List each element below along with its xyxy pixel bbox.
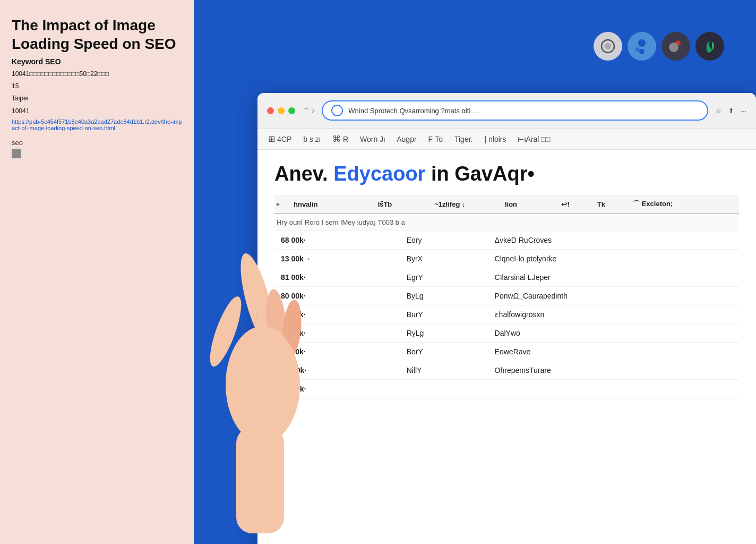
table-row: 82 00k· BurY ɛhalfowigrosxn [274, 305, 739, 324]
sidebar: The Impact of Image Loading Speed on SEO… [0, 0, 194, 544]
table-row: 81 00k· EgrY CIlarsinal LJeper [274, 268, 739, 287]
nav-tab-nloirs[interactable]: | nloirs [484, 135, 506, 143]
cell-keyword: EoweRave [488, 343, 739, 361]
forward-icon[interactable]: › [312, 106, 314, 115]
tab-icon-3: ⌘ [332, 134, 341, 144]
cell-metric [400, 380, 488, 398]
sidebar-square-icon [12, 149, 21, 158]
heading-part4: GavAqr• [454, 163, 535, 185]
page-heading-container: Anev. Edycaoor in GavAqr• [274, 163, 739, 185]
blue-circle-icon [633, 38, 650, 55]
app-icons-row [594, 32, 724, 61]
table-row: S0 00k· NillY OhrepemsTurare [274, 361, 739, 380]
cell-metric: RyLg [400, 324, 488, 343]
sidebar-title: The Impact of Image Loading Speed on SEO [12, 16, 182, 53]
th-checkbox-col: ▸ [277, 200, 293, 208]
cell-volume: 68 00k· [274, 231, 400, 250]
table-row: 32 00k· BorY EoweRave [274, 343, 739, 361]
nav-tab-augpr[interactable]: Augpr [397, 135, 416, 143]
th-hnvalin[interactable]: hnvalin [294, 200, 377, 208]
svg-point-2 [638, 39, 646, 47]
nav-tab-worm[interactable]: Worn Jι [360, 135, 385, 143]
table-subheader: Hry ounĪ Roro I sem IMey iudya¡ T003 b a [274, 214, 739, 231]
tab-label-1: 4CP [277, 135, 291, 143]
cell-keyword: CIlarsinal LJeper [488, 268, 739, 287]
page-heading: Anev. Edycaoor in GavAqr• [274, 163, 535, 185]
sidebar-subtitle: Keyword SEO [12, 57, 182, 66]
address-text: Wnind Sprotech Qvsarroming ?mats αitl … [348, 107, 699, 115]
svg-point-1 [605, 43, 611, 49]
sidebar-meta-line2: 15 [12, 81, 182, 91]
tab-label-nloirs: | nloirs [484, 135, 506, 143]
table-header: ▸ hnvalin ls̈Tb ~1zlifeg ↓ lion ↩! Tk ⌒ … [274, 195, 739, 214]
tab-label-aral: ⊢ιAral □□ [518, 135, 550, 143]
tab-label-2: b s zι [303, 135, 321, 143]
cell-metric: BorY [400, 343, 488, 361]
th-excieton[interactable]: ⌒ Excieton; [633, 199, 737, 209]
table-row: 13 00k→ ByrX ClqneI-lo ptolynrke [274, 250, 739, 268]
table-row: 17 00k· RyLg DalYwo [274, 324, 739, 343]
address-bar[interactable]: Wnind Sprotech Qvsarroming ?mats αitl … [322, 100, 708, 121]
nav-tab-tiger[interactable]: Tiger. [454, 135, 473, 143]
nav-tab-3[interactable]: ⌘ R [332, 134, 348, 144]
sidebar-tag: seo [12, 139, 182, 147]
sidebar-meta-line1: 10041□□□□□□□□□□□□□50□22□□□ [12, 69, 182, 79]
maximize-button[interactable] [288, 107, 295, 114]
dark-icon [701, 38, 718, 55]
cell-metric: Eory [400, 231, 488, 250]
th-lion[interactable]: lion [505, 200, 561, 208]
th-tk[interactable]: Tk [597, 200, 632, 208]
nav-tab-te[interactable]: F To [428, 135, 443, 143]
app-icon-dark[interactable] [695, 32, 724, 61]
nav-tab-aral[interactable]: ⊢ιAral □□ [518, 135, 550, 143]
cell-metric: NillY [400, 361, 488, 380]
tab-icon-te: F [428, 135, 433, 143]
traffic-lights [267, 107, 295, 114]
cell-volume: 13 00k→ [274, 250, 400, 268]
heading-part3: in [425, 163, 454, 185]
cell-keyword: PonwΩ_Caurapedinth [488, 287, 739, 305]
cell-keyword: ClqneI-lo ptolynrke [488, 250, 739, 268]
heading-part1: Anev. [274, 163, 333, 185]
cell-metric: ByLg [400, 287, 488, 305]
svg-point-3 [639, 49, 645, 54]
app-icon-red-dot[interactable] [662, 32, 690, 61]
content-area: Anev. Edycaoor in GavAqr• ▸ hnvalin ls̈T… [257, 150, 756, 411]
share-icon[interactable]: ⬆ [728, 107, 734, 115]
cell-volume: 80 00k· [274, 287, 400, 305]
cell-volume: 32 00k· [274, 343, 400, 361]
minimize-button[interactable] [278, 107, 285, 114]
tab-label-te: To [435, 135, 443, 143]
sidebar-icon-row [12, 149, 182, 158]
sidebar-url[interactable]: https://pub-5c454f571b8e40a3a2aad27ade84… [12, 118, 182, 131]
svg-point-8 [204, 293, 247, 370]
nav-buttons: ⌃ › [303, 106, 314, 116]
browser-toolbar-icons: ☆ ⬆ ··· [716, 107, 746, 115]
back-icon[interactable]: ⌃ [303, 106, 310, 116]
cell-volume: 81 00k· [274, 268, 400, 287]
close-button[interactable] [267, 107, 274, 114]
th-arrow[interactable]: ↩! [561, 200, 596, 208]
cell-metric: EgrY [400, 268, 488, 287]
app-icon-circle-outline[interactable] [594, 32, 622, 61]
tab-label-worm: Worn Jι [360, 135, 385, 143]
cell-keyword: OhrepemsTurare [488, 361, 739, 380]
nav-tabs: ⊞ 4CP b s zι ⌘ R Worn Jι Augpr F To Tige… [257, 129, 756, 150]
bookmark-icon[interactable]: ☆ [716, 107, 722, 115]
th-lstb[interactable]: ls̈Tb [378, 200, 434, 208]
th-zlifeg[interactable]: ~1zlifeg ↓ [434, 200, 504, 208]
more-icon[interactable]: ··· [741, 107, 746, 115]
nav-tab-2[interactable]: b s zι [303, 135, 321, 143]
cell-keyword: ΔvkeD RuCroves [488, 231, 739, 250]
circle-outline-icon [599, 38, 616, 55]
nav-tab-overview[interactable]: ⊞ 4CP [268, 134, 291, 144]
table-row: 80 00k· ByLg PonwΩ_Caurapedinth [274, 287, 739, 305]
app-icon-blue[interactable] [628, 32, 656, 61]
svg-line-14 [255, 321, 256, 326]
tab-label-tiger: Tiger. [454, 135, 473, 143]
cell-keyword [488, 380, 739, 398]
tab-label-augpr: Augpr [397, 135, 416, 143]
cell-volume: S0 00k· [274, 361, 400, 380]
cell-metric: ByrX [400, 250, 488, 268]
main-area: ⌃ › Wnind Sprotech Qvsarroming ?mats αit… [194, 0, 756, 544]
